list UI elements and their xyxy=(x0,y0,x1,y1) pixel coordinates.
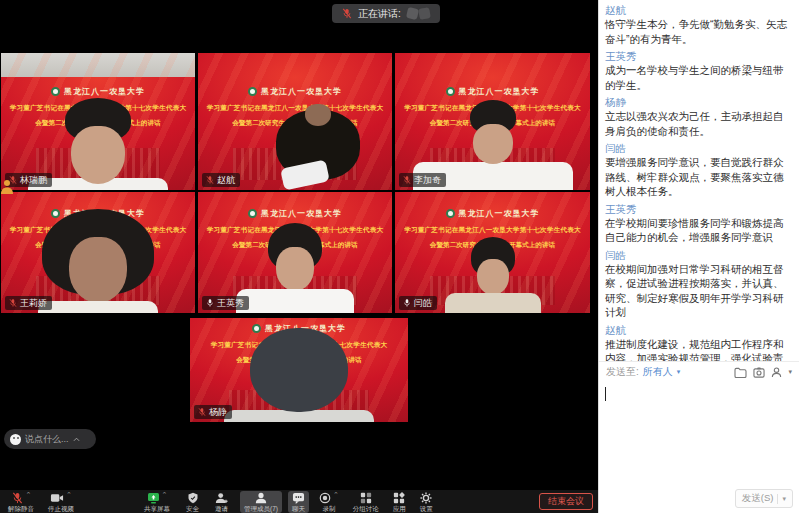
video-tile-linruipeng[interactable]: 黑龙江八一农垦大学 学习董广芝书记在黑龙江八一农垦大学第十七次学生代表大 会暨第… xyxy=(1,53,195,190)
participant-name: 林瑞鹏 xyxy=(20,175,47,185)
send-to-label: 发送至: xyxy=(606,365,639,379)
university-name: 黑龙江八一农垦大学 xyxy=(64,86,145,97)
slide-background: 黑龙江八一农垦大学 学习董广芝书记在黑龙江八一农垦大学第十七次学生代表大 会暨第… xyxy=(198,192,392,313)
chat-input[interactable]: 发送(S) ▾ xyxy=(599,382,799,513)
university-emblem-icon xyxy=(51,209,60,218)
apps-button[interactable]: 应用 xyxy=(389,491,410,513)
university-emblem-icon xyxy=(446,209,455,218)
participant-nametag: 赵航 xyxy=(202,173,240,187)
video-tile-lijiaqi[interactable]: 黑龙江八一农垦大学 学习董广芝书记在黑龙江八一农垦大学第十七次学生代表大 会暨第… xyxy=(395,53,590,190)
video-tile-wangyingxiu[interactable]: 黑龙江八一农垦大学 学习董广芝书记在黑龙江八一农垦大学第十七次学生代表大 会暨第… xyxy=(198,192,392,313)
chat-message-list[interactable]: 赵航恪守学生本分，争先做“勤勉务实、矢志奋斗”的有为青年。 王英秀成为一名学校与… xyxy=(599,0,799,361)
participant-name: 闫皓 xyxy=(414,298,432,308)
participant-name: 王英秀 xyxy=(217,298,244,308)
building-graphic xyxy=(36,148,160,181)
screenshot-icon[interactable] xyxy=(753,367,765,378)
share-screen-button[interactable]: ⌃ 共享屏幕 xyxy=(140,491,174,513)
slide-background: 黑龙江八一农垦大学 学习董广芝书记在黑龙江八一农垦大学第十七次学生代表大 会暨第… xyxy=(198,53,392,190)
video-stage: 正在讲话: 黑龙江八一农垦大学 学习董广芝书记在黑龙江八一农垦大学第十七次学生代… xyxy=(0,0,598,490)
security-button[interactable]: 安全 xyxy=(182,491,203,513)
building-graphic xyxy=(229,390,369,415)
chat-panel: 赵航恪守学生本分，争先做“勤勉务实、矢志奋斗”的有为青年。 王英秀成为一名学校与… xyxy=(598,0,799,513)
chat-message: 闫皓要增强服务同学意识，要自觉践行群众路线、树牢群众观点，要聚焦落实立德树人根本… xyxy=(605,141,791,199)
send-button[interactable]: 发送(S) ▾ xyxy=(735,489,793,508)
unmute-button[interactable]: ⌃ 解除静音 xyxy=(4,491,38,513)
chevron-up-icon[interactable]: ⌃ xyxy=(66,492,72,498)
text-cursor xyxy=(605,387,606,401)
participant-nametag: 王莉娇 xyxy=(5,296,52,310)
chat-message: 杨静立志以强农兴农为己任，主动承担起自身肩负的使命和责任。 xyxy=(605,95,791,138)
chat-message: 王英秀成为一名学校与学生之间的桥梁与纽带的学生。 xyxy=(605,49,791,92)
participant-name: 李加奇 xyxy=(414,175,441,185)
invite-button[interactable]: 邀请 xyxy=(211,491,232,513)
video-tile-yanhao[interactable]: 黑龙江八一农垦大学 学习董广芝书记在黑龙江八一农垦大学第十七次学生代表大 会暨第… xyxy=(395,192,590,313)
stop-video-button[interactable]: ⌃ 停止视频 xyxy=(44,491,78,513)
chat-button[interactable]: 聊天 xyxy=(288,491,309,513)
participant-name: 王莉娇 xyxy=(20,298,47,308)
participant-nametag: 李加奇 xyxy=(399,173,446,187)
end-meeting-button[interactable]: 结束会议 xyxy=(539,493,593,510)
slide-background: 黑龙江八一农垦大学 学习董广芝书记在黑龙江八一农垦大学第十七次学生代表大 会暨第… xyxy=(1,192,195,313)
meeting-window: 正在讲话: 黑龙江八一农垦大学 学习董广芝书记在黑龙江八一农垦大学第十七次学生代… xyxy=(0,0,799,513)
send-options-row: 发送至: 所有人 ▾ ▾ xyxy=(599,361,799,382)
video-tile-yangjing[interactable]: 黑龙江八一农垦大学 学习董广芝书记在黑龙江八一农垦大学第十七次学生代表大 会暨第… xyxy=(190,318,408,422)
manage-members-button[interactable]: 管理成员(7) xyxy=(240,491,282,513)
speaker-name-blur xyxy=(406,7,419,20)
chat-message: 王英秀在学校期间要珍惜服务同学和锻炼提高自己能力的机会，增强服务同学意识 xyxy=(605,202,791,245)
caret-down-icon[interactable]: ▾ xyxy=(677,368,681,376)
video-tile-zhaohang[interactable]: 黑龙江八一农垦大学 学习董广芝书记在黑龙江八一农垦大学第十七次学生代表大 会暨第… xyxy=(198,53,392,190)
muted-mic-icon xyxy=(198,407,206,417)
participant-nametag: 杨静 xyxy=(194,405,232,419)
building-graphic xyxy=(430,148,555,181)
send-to-selector[interactable]: 所有人 xyxy=(643,365,673,379)
speaking-indicator: 正在讲话: xyxy=(332,4,440,23)
chat-message: 闫皓在校期间加强对日常学习科研的相互督察，促进试验进程按期落实，并认真、研究、制… xyxy=(605,248,791,320)
muted-mic-icon xyxy=(206,175,214,185)
slide-background: 黑龙江八一农垦大学 学习董广芝书记在黑龙江八一农垦大学第十七次学生代表大 会暨第… xyxy=(1,53,195,190)
slide-title-line1: 学习董广芝书记在黑龙江八一农垦大学第十七次学生代表大 xyxy=(1,104,195,113)
chevron-up-icon[interactable] xyxy=(73,437,80,442)
building-graphic xyxy=(36,276,160,305)
chevron-up-icon[interactable]: ⌃ xyxy=(26,492,32,498)
slide-background: 黑龙江八一农垦大学 学习董广芝书记在黑龙江八一农垦大学第十七次学生代表大 会暨第… xyxy=(395,53,590,190)
mic-icon xyxy=(206,298,214,308)
chat-message: 赵航恪守学生本分，争先做“勤勉务实、矢志奋斗”的有为青年。 xyxy=(605,3,791,46)
muted-mic-icon xyxy=(342,8,352,19)
send-options-caret-icon[interactable]: ▾ xyxy=(782,495,786,503)
muted-mic-icon xyxy=(9,298,17,308)
university-emblem-icon xyxy=(51,87,60,96)
slide-title-line2: 会暨第二次研究生代表大会开幕式上的讲话 xyxy=(1,119,195,128)
breakout-rooms-button[interactable]: 分组讨论 xyxy=(349,491,383,513)
participant-nametag: 闫皓 xyxy=(399,296,437,310)
speaking-label: 正在讲话: xyxy=(358,7,401,21)
participant-name: 赵航 xyxy=(217,175,235,185)
university-emblem-icon xyxy=(248,87,257,96)
building-graphic xyxy=(430,276,555,305)
speaker-name-blur xyxy=(418,7,431,20)
record-button[interactable]: ⌃ 录制 xyxy=(315,491,343,513)
mic-icon xyxy=(403,298,411,308)
muted-mic-icon xyxy=(403,175,411,185)
university-emblem-icon xyxy=(446,87,455,96)
quick-chat-placeholder: 说点什么... xyxy=(25,433,69,446)
chevron-up-icon[interactable]: ⌃ xyxy=(162,492,168,498)
chevron-up-icon[interactable]: ⌃ xyxy=(333,492,339,498)
quick-chat-input[interactable]: 说点什么... xyxy=(4,429,96,449)
meeting-toolbar: ⌃ 解除静音 ⌃ 停止视频 ⌃ 共享屏幕 安全 邀请 管理成员(7) 聊天 ⌃ xyxy=(0,490,598,513)
university-emblem-icon xyxy=(248,209,257,218)
university-emblem-icon xyxy=(252,324,261,333)
video-tile-wanglijiao[interactable]: 黑龙江八一农垦大学 学习董广芝书记在黑龙江八一农垦大学第十七次学生代表大 会暨第… xyxy=(1,192,195,313)
settings-button[interactable]: 设置 xyxy=(416,491,437,513)
chat-message: 赵航推进制度化建设，规范组内工作程序和内容，加强实验规范管理，强化试验责任心，提… xyxy=(605,323,791,362)
file-icon[interactable] xyxy=(734,367,747,378)
participant-name: 杨静 xyxy=(209,407,227,417)
participant-nametag: 王英秀 xyxy=(202,296,249,310)
slide-background: 黑龙江八一农垦大学 学习董广芝书记在黑龙江八一农垦大学第十七次学生代表大 会暨第… xyxy=(395,192,590,313)
building-graphic xyxy=(233,148,357,181)
mention-member-icon[interactable] xyxy=(771,367,782,378)
building-graphic xyxy=(233,276,357,305)
emoji-icon[interactable] xyxy=(10,434,21,445)
hand-raised-icon xyxy=(1,179,13,194)
caret-down-icon[interactable]: ▾ xyxy=(788,368,792,376)
